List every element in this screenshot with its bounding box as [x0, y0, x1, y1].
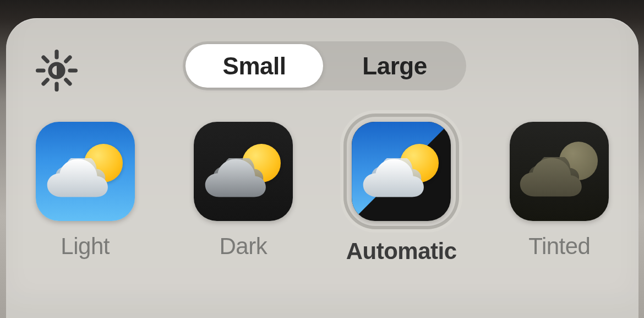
appearance-label: Automatic	[346, 238, 457, 265]
weather-icon-automatic	[352, 122, 451, 221]
svg-line-7	[66, 57, 70, 61]
appearance-option-dark[interactable]: Dark	[172, 122, 315, 304]
weather-icon-light	[36, 122, 135, 221]
appearance-label: Light	[61, 233, 110, 260]
size-option-large[interactable]: Large	[323, 41, 466, 90]
svg-line-8	[43, 80, 47, 84]
appearance-label: Dark	[220, 233, 268, 260]
appearance-row: Light Dark Automatic	[6, 122, 638, 304]
svg-line-6	[66, 80, 70, 84]
brightness-icon[interactable]	[34, 47, 80, 94]
appearance-option-automatic[interactable]: Automatic	[330, 122, 473, 304]
icon-size-segmented: Small Large	[183, 41, 466, 90]
size-option-small[interactable]: Small	[185, 44, 323, 88]
appearance-option-light[interactable]: Light	[14, 122, 157, 304]
appearance-option-tinted[interactable]: Tinted	[488, 122, 631, 304]
customize-panel: Small Large Light Dark	[6, 18, 638, 318]
weather-icon-dark	[194, 122, 293, 221]
appearance-label: Tinted	[528, 233, 590, 260]
svg-line-5	[43, 57, 47, 61]
weather-icon-tinted	[510, 122, 609, 221]
